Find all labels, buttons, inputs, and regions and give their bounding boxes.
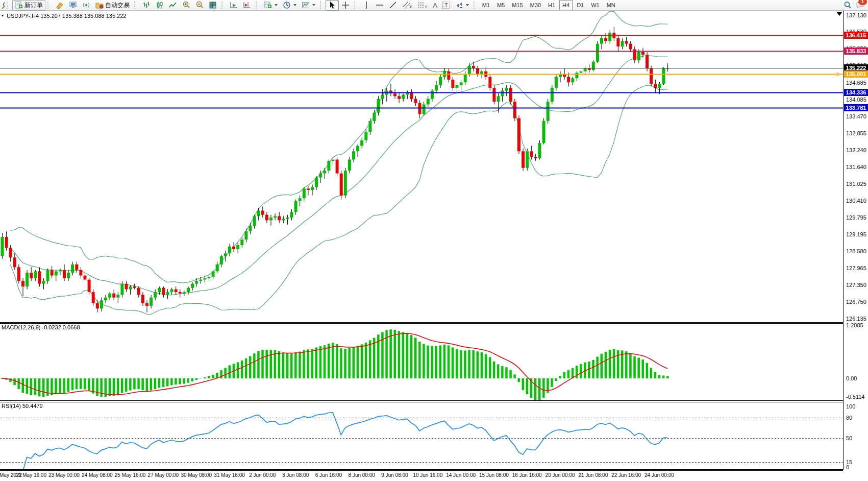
depth-of-market-button[interactable] xyxy=(66,0,80,11)
symbol-name: USDJPY-,H4 xyxy=(7,13,39,19)
vertical-line-tool-button[interactable] xyxy=(360,0,373,11)
time-tick-label: 31 May 16:00 xyxy=(214,472,245,478)
timeframe-button-d1[interactable]: D1 xyxy=(574,0,587,10)
new-order-button[interactable]: 新订单 xyxy=(12,0,45,11)
main-toolbar: 新订单 自动交易 xyxy=(0,0,868,11)
price-level-badge[interactable]: 134.336 xyxy=(844,89,868,96)
price-level-badge[interactable]: 133.781 xyxy=(844,104,868,111)
fibonacci-tool-button[interactable]: F xyxy=(415,0,430,11)
candle-chart-mode-button[interactable] xyxy=(153,0,166,11)
cursor-tool-button[interactable] xyxy=(326,0,339,11)
timeframe-button-h1[interactable]: H1 xyxy=(545,0,558,10)
time-tick-label: 10 Jun 16:00 xyxy=(413,472,442,478)
price-tick: 137.130 xyxy=(846,12,866,18)
notifications-button[interactable]: 1 xyxy=(856,1,864,9)
macd-name: MACD(12,26,9) xyxy=(2,324,40,330)
text-label-tool-button[interactable]: T xyxy=(440,0,453,11)
toolbar-grip xyxy=(320,2,324,9)
arrows-tool-button[interactable] xyxy=(453,0,472,11)
toolbar-grip xyxy=(474,2,478,9)
toolbar-right-group: 1 xyxy=(844,1,868,9)
time-tick-label: 14 Jun 00:00 xyxy=(446,472,476,478)
tile-windows-button[interactable] xyxy=(206,0,219,11)
price-tick: 129.795 xyxy=(846,214,866,221)
signal-icon xyxy=(82,1,90,9)
text-tool-button[interactable]: A xyxy=(430,0,440,11)
eraser-button[interactable] xyxy=(53,0,66,11)
timeframe-button-m30[interactable]: M30 xyxy=(527,0,544,10)
rsi-indicator-label: RSI(14) 50.4479 xyxy=(2,403,43,409)
toolbar-grip xyxy=(134,2,138,9)
cursor-icon xyxy=(328,1,336,9)
timeframe-button-h4[interactable]: H4 xyxy=(559,0,573,10)
rsi-tick: 80 xyxy=(846,415,852,421)
price-level-badge[interactable]: 135.001 xyxy=(844,70,868,78)
time-tick-label: 24 May 08:00 xyxy=(82,472,113,478)
clipped-toolbar-icon[interactable] xyxy=(0,1,5,9)
macd-values: -0.0232 0.0668 xyxy=(42,324,80,330)
template-button[interactable] xyxy=(299,0,318,11)
macd-tick: -0.5114 xyxy=(846,394,865,400)
time-axis[interactable]: 18 May 202219 May 16:0023 May 00:0024 Ma… xyxy=(0,471,843,481)
timeframe-button-w1[interactable]: W1 xyxy=(588,0,603,10)
horizontal-line-tool-button[interactable] xyxy=(373,0,386,11)
add-indicator-button[interactable] xyxy=(261,0,280,11)
bar-chart-icon xyxy=(142,1,151,9)
chart-window: ▾ USDJPY-,H4 135.207 135.388 135.088 135… xyxy=(0,10,868,481)
notification-badge: 1 xyxy=(858,0,867,5)
signal-button[interactable] xyxy=(80,0,93,11)
rsi-name: RSI(14) xyxy=(2,403,21,409)
crosshair-tool-button[interactable] xyxy=(339,0,352,11)
time-tick-label: 19 May 16:00 xyxy=(15,472,46,478)
auto-scroll-button[interactable] xyxy=(227,0,240,11)
chevron-down-icon xyxy=(275,4,278,6)
symbol-marker-icon[interactable]: ▾ xyxy=(2,13,4,18)
auto-trading-icon xyxy=(95,1,104,9)
zoom-in-button[interactable] xyxy=(180,0,193,11)
price-level-badge[interactable]: 136.415 xyxy=(844,32,868,39)
new-order-icon xyxy=(15,1,23,9)
price-tick: 126.135 xyxy=(846,316,866,322)
zoom-in-icon xyxy=(182,1,190,9)
price-tick: 132.240 xyxy=(846,147,866,153)
fibonacci-tool-letter: F xyxy=(425,5,428,9)
clock-icon xyxy=(283,1,291,9)
time-tick-label: 3 Jun 08:00 xyxy=(282,472,309,478)
text-tool-letter: A xyxy=(433,2,437,9)
macd-tick: 1.2085 xyxy=(846,322,863,328)
time-tick-label: 24 Jun 00:00 xyxy=(644,472,674,478)
timeframe-button-m15[interactable]: M15 xyxy=(509,0,526,10)
scroll-to-end-icon[interactable] xyxy=(836,12,842,16)
trendline-tool-button[interactable] xyxy=(386,0,400,11)
time-tick-label: 15 Jun 08:00 xyxy=(479,472,509,478)
timeframe-button-m5[interactable]: M5 xyxy=(494,0,508,10)
template-icon xyxy=(302,1,310,9)
timeframe-button-mn[interactable]: MN xyxy=(604,0,618,10)
price-tick: 134.685 xyxy=(846,80,866,86)
line-chart-icon xyxy=(169,1,177,9)
line-chart-mode-button[interactable] xyxy=(166,0,180,11)
time-tick-label: 20 Jun 00:00 xyxy=(545,472,575,478)
zoom-out-button[interactable] xyxy=(193,0,206,11)
bar-chart-mode-button[interactable] xyxy=(140,0,153,11)
price-axis[interactable]: 137.130136.530135.930135.315134.685134.0… xyxy=(843,10,868,470)
time-tick-label: 22 Jun 16:00 xyxy=(611,472,641,478)
search-icon[interactable] xyxy=(844,1,852,9)
price-level-badge[interactable]: 135.833 xyxy=(844,47,868,55)
price-tick: 131.025 xyxy=(846,181,866,187)
timeframe-button-m1[interactable]: M1 xyxy=(479,0,493,10)
chart-shift-button[interactable] xyxy=(240,0,254,11)
channel-tool-button[interactable]: E xyxy=(400,0,415,11)
macd-indicator-label: MACD(12,26,9) -0.0232 0.0668 xyxy=(2,324,80,330)
trendline-icon xyxy=(389,1,397,9)
auto-scroll-icon xyxy=(230,1,238,9)
symbol-ohlc-values: 135.207 135.388 135.088 135.222 xyxy=(40,13,126,19)
rsi-value: 50.4479 xyxy=(22,403,43,409)
rsi-tick: 100 xyxy=(846,403,855,410)
auto-trading-button[interactable]: 自动交易 xyxy=(93,0,132,11)
chevron-down-icon xyxy=(466,4,469,6)
period-button[interactable] xyxy=(280,0,299,11)
price-tick: 133.470 xyxy=(846,113,866,119)
price-chart-canvas[interactable] xyxy=(0,10,843,481)
eraser-icon xyxy=(56,1,64,9)
